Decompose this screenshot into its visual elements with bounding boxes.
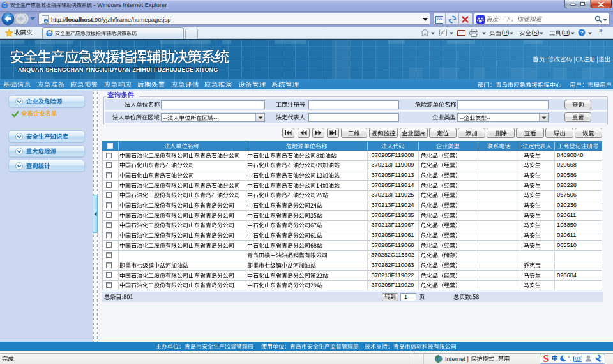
svg-text:?: ? [580, 29, 584, 36]
svg-text:S: S [543, 354, 549, 363]
